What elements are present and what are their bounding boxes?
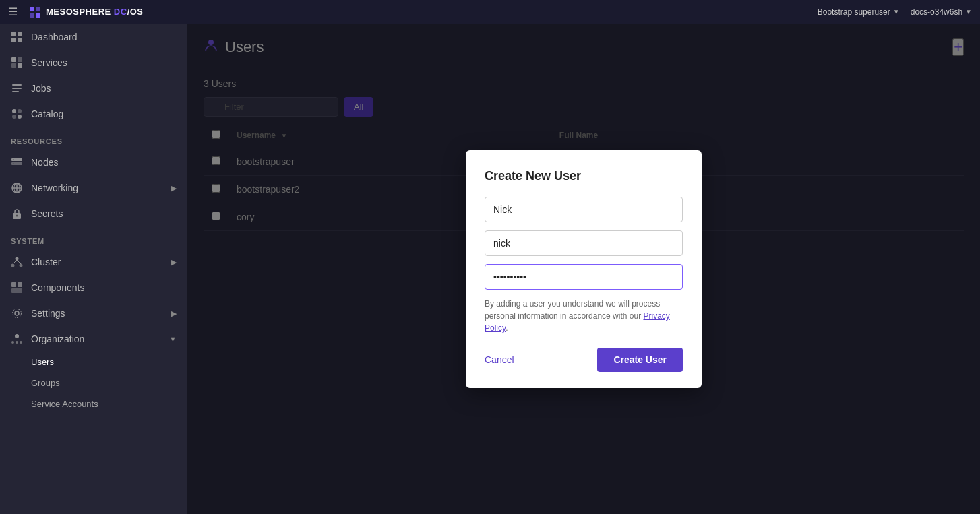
- sidebar-item-jobs[interactable]: Jobs: [0, 75, 187, 101]
- svg-point-29: [16, 257, 19, 261]
- create-user-button[interactable]: Create User: [597, 348, 683, 372]
- jobs-icon: [11, 82, 23, 94]
- logo-text: MESOSPHERE DC/OS: [46, 7, 144, 17]
- svg-rect-4: [11, 32, 16, 36]
- components-label: Components: [31, 282, 84, 293]
- sidebar-item-components[interactable]: Components: [0, 275, 187, 300]
- sidebar-item-catalog[interactable]: Catalog: [0, 101, 187, 127]
- sidebar-sub-item-users[interactable]: Users: [0, 352, 187, 373]
- groups-sub-label: Groups: [31, 378, 60, 388]
- components-icon: [11, 282, 23, 294]
- user-label: Bootstrap superuser: [818, 7, 890, 17]
- svg-rect-6: [11, 38, 16, 42]
- svg-rect-3: [36, 13, 40, 18]
- content-area: Users + 3 Users ⌕ All Username: [187, 24, 980, 514]
- secrets-icon: [11, 207, 23, 220]
- svg-line-32: [13, 260, 17, 264]
- catalog-icon: [11, 108, 23, 120]
- main-layout: Dashboard Services Jobs: [0, 24, 980, 514]
- svg-point-39: [15, 334, 19, 338]
- svg-point-15: [12, 109, 16, 113]
- networking-label: Networking: [31, 183, 78, 193]
- resources-label: Resources: [0, 127, 187, 150]
- create-user-modal: Create New User By adding a user you und…: [466, 150, 702, 388]
- services-icon: [11, 57, 23, 69]
- username-input[interactable]: [485, 230, 683, 256]
- svg-point-42: [16, 341, 18, 344]
- sidebar-item-settings[interactable]: Settings ▶: [0, 300, 187, 326]
- nodes-icon: [11, 156, 23, 168]
- svg-rect-35: [18, 282, 22, 287]
- password-input[interactable]: [485, 264, 683, 290]
- sidebar-sub-item-service-accounts[interactable]: Service Accounts: [0, 393, 187, 414]
- svg-rect-2: [30, 13, 34, 18]
- svg-rect-11: [18, 63, 22, 68]
- svg-rect-7: [18, 38, 22, 42]
- sidebar-item-networking[interactable]: Networking ▶: [0, 175, 187, 201]
- sidebar-item-secrets[interactable]: Secrets: [0, 201, 187, 226]
- svg-rect-8: [11, 57, 16, 62]
- networking-icon: [11, 182, 23, 194]
- svg-line-33: [17, 260, 21, 264]
- secrets-label: Secrets: [31, 208, 63, 219]
- sidebar-item-organization[interactable]: Organization ▼: [0, 326, 187, 352]
- sidebar-item-nodes[interactable]: Nodes: [0, 150, 187, 175]
- svg-point-28: [16, 215, 18, 217]
- networking-chevron: ▶: [171, 184, 177, 193]
- svg-point-17: [12, 115, 16, 119]
- svg-rect-12: [12, 84, 22, 86]
- modal-actions: Cancel Create User: [485, 348, 683, 372]
- nav-right: Bootstrap superuser ▼ docs-o34w6sh ▼: [818, 7, 972, 17]
- svg-rect-0: [30, 7, 34, 11]
- svg-point-30: [11, 264, 15, 267]
- sidebar: Dashboard Services Jobs: [0, 24, 187, 514]
- cluster-label: Cluster: [31, 257, 61, 267]
- users-sub-label: Users: [31, 357, 54, 367]
- nodes-label: Nodes: [31, 157, 58, 168]
- user-dropdown-arrow: ▼: [893, 8, 900, 15]
- svg-point-41: [20, 341, 22, 344]
- svg-rect-34: [11, 282, 16, 287]
- services-label: Services: [31, 57, 67, 68]
- modal-title: Create New User: [485, 169, 683, 183]
- svg-point-37: [15, 311, 19, 315]
- settings-label: Settings: [31, 308, 65, 319]
- sidebar-item-cluster[interactable]: Cluster ▶: [0, 249, 187, 275]
- svg-rect-21: [13, 160, 14, 160]
- sidebar-sub-item-groups[interactable]: Groups: [0, 373, 187, 393]
- settings-icon: [11, 307, 23, 319]
- user-menu[interactable]: Bootstrap superuser ▼: [818, 7, 900, 17]
- modal-overlay: Create New User By adding a user you und…: [187, 24, 980, 514]
- svg-point-40: [11, 341, 14, 344]
- cluster-label: docs-o34w6sh: [911, 7, 962, 17]
- sidebar-item-dashboard[interactable]: Dashboard: [0, 24, 187, 50]
- modal-privacy-notice: By adding a user you understand we will …: [485, 298, 683, 334]
- mesosphere-logo-icon: [28, 5, 42, 19]
- svg-rect-10: [11, 63, 16, 68]
- nav-left: ☰ MESOSPHERE DC/OS: [8, 5, 144, 19]
- svg-point-31: [20, 264, 23, 267]
- hamburger-icon[interactable]: ☰: [8, 5, 18, 18]
- svg-rect-36: [11, 288, 22, 293]
- organization-label: Organization: [31, 333, 84, 344]
- cluster-menu[interactable]: docs-o34w6sh ▼: [911, 7, 972, 17]
- top-navigation: ☰ MESOSPHERE DC/OS Bootstrap superuser ▼…: [0, 0, 980, 24]
- cluster-icon: [11, 256, 23, 268]
- jobs-label: Jobs: [31, 83, 51, 94]
- svg-rect-22: [13, 164, 14, 164]
- fullname-input[interactable]: [485, 197, 683, 222]
- svg-rect-14: [12, 91, 19, 92]
- svg-point-38: [13, 309, 22, 318]
- sidebar-item-services[interactable]: Services: [0, 50, 187, 75]
- catalog-label: Catalog: [31, 108, 63, 119]
- logo: MESOSPHERE DC/OS: [28, 5, 144, 19]
- dashboard-icon: [11, 31, 23, 43]
- system-label: System: [0, 226, 187, 249]
- cancel-button[interactable]: Cancel: [485, 354, 514, 365]
- dashboard-label: Dashboard: [31, 32, 78, 42]
- service-accounts-sub-label: Service Accounts: [31, 399, 98, 409]
- svg-point-18: [18, 115, 22, 119]
- organization-icon: [11, 333, 23, 345]
- organization-chevron: ▼: [169, 335, 177, 343]
- cluster-dropdown-arrow: ▼: [965, 8, 972, 15]
